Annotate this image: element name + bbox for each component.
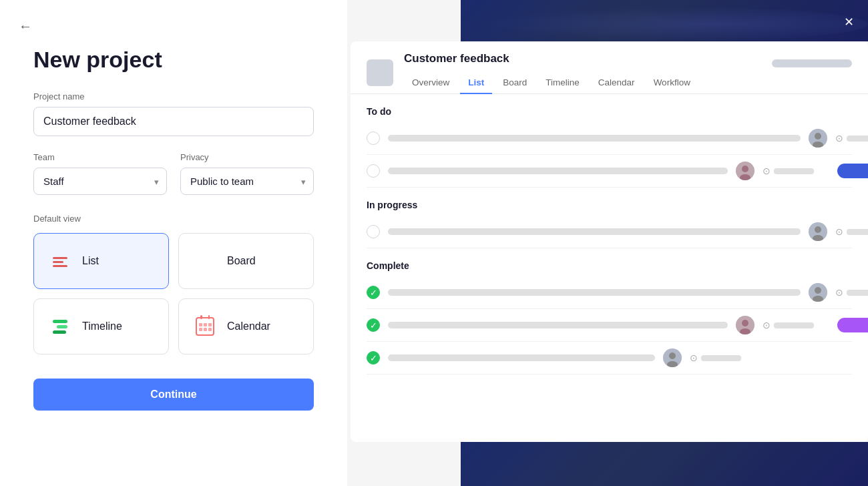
- team-field: Team Staff ▾: [33, 152, 167, 195]
- left-panel: ← New project Project name Team Staff ▾ …: [0, 0, 347, 486]
- task-date: ⊙: [763, 320, 829, 330]
- calendar-icon: ⊙: [690, 352, 698, 363]
- header-loading-placeholder: [772, 59, 852, 67]
- task-tag-1: [837, 318, 868, 332]
- calendar-icon: ⊙: [835, 287, 843, 298]
- task-text: [388, 228, 801, 235]
- privacy-field: Privacy Public to team ▾: [180, 152, 314, 195]
- task-check-icon[interactable]: [367, 132, 380, 145]
- project-header: Customer feedback Overview List Board Ti…: [351, 41, 868, 94]
- table-row: ⊙: [367, 122, 852, 155]
- date-placeholder: [774, 168, 814, 174]
- avatar: [809, 283, 827, 302]
- avatar: [809, 129, 827, 148]
- close-button[interactable]: ✕: [841, 15, 856, 29]
- team-label: Team: [33, 152, 167, 162]
- section-header-complete: Complete: [367, 248, 852, 276]
- view-card-list[interactable]: List: [33, 233, 169, 289]
- table-row: ✓ ⊙: [367, 276, 852, 309]
- project-title-bar: Customer feedback: [404, 52, 852, 71]
- task-text: [388, 289, 801, 296]
- task-text: [388, 354, 655, 361]
- task-tag-1: [837, 164, 868, 178]
- dark-band-top: ✕: [461, 0, 868, 41]
- task-check-done-icon[interactable]: ✓: [367, 351, 380, 364]
- table-row: ✓ ⊙: [367, 342, 852, 375]
- date-placeholder: [774, 322, 814, 328]
- project-name-label: Project name: [33, 91, 314, 101]
- task-text: [388, 135, 801, 142]
- task-date: ⊙: [763, 166, 829, 176]
- avatar: [736, 316, 754, 334]
- date-placeholder: [847, 229, 868, 235]
- avatar: [809, 222, 827, 241]
- project-avatar: [367, 59, 393, 86]
- table-row: ⊙: [367, 216, 852, 248]
- tabs: Overview List Board Timeline Calendar Wo…: [404, 72, 852, 93]
- project-header-right: Customer feedback Overview List Board Ti…: [404, 52, 852, 93]
- date-placeholder: [701, 355, 741, 361]
- team-privacy-row: Team Staff ▾ Privacy Public to team ▾: [33, 152, 314, 195]
- svg-point-13: [742, 320, 748, 326]
- team-select-wrapper: Staff ▾: [33, 168, 167, 195]
- project-name-display: Customer feedback: [404, 52, 509, 65]
- task-check-done-icon[interactable]: ✓: [367, 318, 380, 332]
- continue-button[interactable]: Continue: [33, 379, 314, 411]
- task-text: [388, 168, 728, 174]
- dark-band-bottom: [461, 442, 868, 486]
- privacy-select[interactable]: Public to team: [180, 168, 314, 195]
- tab-workflow[interactable]: Workflow: [646, 72, 698, 94]
- section-header-todo: To do: [367, 94, 852, 122]
- view-card-board[interactable]: Board: [178, 233, 314, 289]
- privacy-label: Privacy: [180, 152, 314, 162]
- calendar-icon: ⊙: [763, 166, 771, 176]
- task-date: ⊙: [690, 352, 756, 363]
- privacy-select-wrapper: Public to team ▾: [180, 168, 314, 195]
- avatar: [736, 162, 754, 180]
- tab-list[interactable]: List: [460, 72, 492, 94]
- back-button[interactable]: ←: [19, 19, 32, 34]
- svg-point-1: [815, 133, 821, 140]
- tab-overview[interactable]: Overview: [404, 72, 457, 94]
- list-content: To do ⊙ ⊙: [351, 94, 868, 442]
- tab-calendar[interactable]: Calendar: [590, 72, 643, 94]
- task-date: ⊙: [835, 133, 868, 144]
- calendar-icon: ⊙: [763, 320, 771, 330]
- view-grid: List Board Timeline: [33, 233, 314, 354]
- svg-point-4: [742, 166, 748, 172]
- right-panel: Customer feedback Overview List Board Ti…: [351, 41, 868, 442]
- task-check-icon[interactable]: [367, 225, 380, 238]
- view-label-list: List: [82, 255, 99, 267]
- task-check-done-icon[interactable]: ✓: [367, 286, 380, 299]
- timeline-icon: [47, 314, 73, 339]
- team-select[interactable]: Staff: [33, 168, 167, 195]
- view-label-timeline: Timeline: [82, 320, 122, 332]
- tab-board[interactable]: Board: [495, 72, 535, 94]
- view-card-calendar[interactable]: Calendar: [178, 298, 314, 354]
- task-check-icon[interactable]: [367, 164, 380, 178]
- svg-point-7: [815, 226, 821, 233]
- view-card-timeline[interactable]: Timeline: [33, 298, 169, 354]
- task-date: ⊙: [835, 287, 868, 298]
- date-placeholder: [847, 136, 868, 142]
- list-icon: [47, 248, 73, 274]
- table-row: ✓ ⊙: [367, 309, 852, 342]
- section-header-inprogress: In progress: [367, 188, 852, 216]
- task-date: ⊙: [835, 226, 868, 237]
- view-label-calendar: Calendar: [227, 320, 270, 332]
- default-view-label: Default view: [33, 214, 314, 224]
- svg-point-10: [815, 287, 821, 294]
- view-label-board: Board: [227, 255, 256, 267]
- board-icon: [192, 248, 218, 274]
- calendar-icon: ⊙: [835, 133, 843, 144]
- calendar-icon: [192, 314, 218, 339]
- avatar: [663, 348, 682, 367]
- calendar-icon: ⊙: [835, 226, 843, 237]
- page-title: New project: [33, 47, 314, 73]
- project-name-input[interactable]: [33, 107, 314, 136]
- tab-timeline[interactable]: Timeline: [537, 72, 588, 94]
- task-text: [388, 322, 728, 328]
- svg-point-16: [669, 352, 676, 359]
- date-placeholder: [847, 290, 868, 296]
- table-row: ⊙: [367, 155, 852, 188]
